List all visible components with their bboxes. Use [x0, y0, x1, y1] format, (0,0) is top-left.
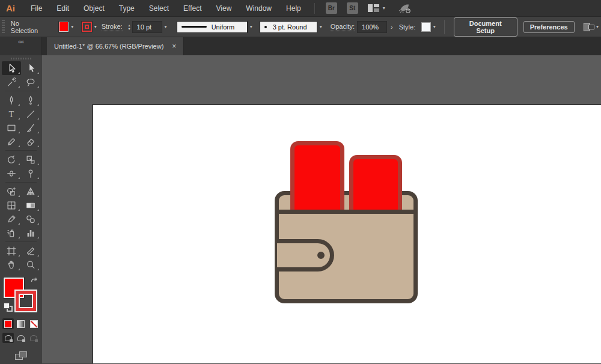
- draw-inside-icon[interactable]: [28, 333, 40, 343]
- shape-builder-tool-icon[interactable]: [2, 184, 21, 198]
- menu-object[interactable]: Object: [76, 0, 112, 17]
- puppet-warp-tool-icon[interactable]: [21, 166, 40, 180]
- fill-stroke-controls: [0, 276, 42, 316]
- menu-help[interactable]: Help: [279, 0, 308, 17]
- column-graph-tool-icon[interactable]: [21, 226, 40, 240]
- menu-view[interactable]: View: [209, 0, 239, 17]
- arrange-documents-icon[interactable]: [584, 23, 594, 31]
- shaper-tool-icon[interactable]: [2, 135, 21, 148]
- brush-label: 3 pt. Round: [273, 23, 307, 31]
- brush-select[interactable]: 3 pt. Round: [260, 21, 317, 33]
- brush-dropdown-icon[interactable]: ▾: [320, 24, 322, 29]
- document-tab[interactable]: Untitled-1* @ 66.67% (RGB/Preview) ×: [47, 37, 184, 55]
- menu-effect[interactable]: Effect: [176, 0, 209, 17]
- opacity-label[interactable]: Opacity:: [331, 23, 355, 31]
- menu-select[interactable]: Select: [142, 0, 176, 17]
- eyedropper-tool-icon[interactable]: [2, 212, 21, 226]
- opacity-value[interactable]: 100%: [357, 21, 387, 33]
- magic-wand-tool-icon[interactable]: [2, 75, 21, 89]
- wallet-flap-shape[interactable]: [277, 239, 334, 271]
- mesh-tool-icon[interactable]: [2, 198, 21, 212]
- tools-panel-header: ««: [0, 37, 42, 55]
- pen-tool-icon[interactable]: [2, 93, 21, 107]
- hand-tool-icon[interactable]: [2, 258, 21, 271]
- tools-panel: T: [0, 55, 42, 363]
- default-fill-stroke-icon[interactable]: [4, 303, 13, 312]
- red-card-right[interactable]: [349, 155, 402, 216]
- control-bar-grip[interactable]: [2, 20, 5, 34]
- line-segment-tool-icon[interactable]: [21, 107, 40, 121]
- zoom-tool-icon[interactable]: [21, 258, 40, 271]
- selection-status: No Selection: [11, 20, 47, 34]
- scale-tool-icon[interactable]: [21, 153, 40, 166]
- wallet-clasp-dot[interactable]: [317, 252, 325, 259]
- direct-selection-tool-icon[interactable]: [21, 61, 40, 75]
- preferences-button[interactable]: Preferences: [523, 21, 575, 33]
- canvas-area[interactable]: [42, 55, 601, 363]
- menu-type[interactable]: Type: [112, 0, 142, 17]
- control-bar: No Selection ▾ ▾ Stroke: ▴ ▾ 10 pt ▾ Uni…: [0, 17, 601, 37]
- selection-tool-icon[interactable]: [2, 61, 21, 75]
- perspective-grid-tool-icon[interactable]: [21, 184, 40, 198]
- width-profile-select[interactable]: Uniform: [177, 21, 248, 33]
- fill-dropdown-icon[interactable]: ▾: [71, 24, 73, 29]
- eraser-tool-icon[interactable]: [21, 135, 40, 148]
- width-tool-icon[interactable]: [2, 166, 21, 180]
- stroke-swatch[interactable]: [16, 291, 36, 311]
- bridge-button[interactable]: Br: [326, 2, 337, 14]
- color-button[interactable]: [2, 318, 14, 329]
- menu-separator: [314, 3, 315, 14]
- none-button-swatch: [30, 320, 38, 328]
- document-setup-button[interactable]: Document Setup: [454, 17, 517, 37]
- curvature-tool-icon[interactable]: [21, 93, 40, 107]
- tab-close-icon[interactable]: ×: [172, 42, 176, 50]
- lasso-tool-icon[interactable]: [21, 75, 40, 89]
- swap-fill-stroke-icon[interactable]: [30, 276, 38, 287]
- stepper-down-icon[interactable]: ▾: [129, 27, 130, 31]
- menu-edit[interactable]: Edit: [49, 0, 76, 17]
- stroke-label[interactable]: Stroke:: [102, 23, 123, 31]
- brush-preview-dot: [264, 26, 267, 28]
- draw-behind-icon[interactable]: [15, 333, 26, 343]
- illustrator-logo: Ai: [6, 3, 15, 13]
- change-screen-mode-icon[interactable]: [15, 351, 27, 360]
- red-card-left[interactable]: [290, 141, 344, 216]
- stock-button[interactable]: St: [347, 2, 358, 14]
- blend-tool-icon[interactable]: [21, 212, 40, 226]
- gradient-button[interactable]: [15, 318, 26, 329]
- stroke-weight-value[interactable]: 10 pt: [132, 21, 162, 33]
- fill-color-swatch[interactable]: [59, 22, 69, 32]
- draw-normal-icon[interactable]: [2, 333, 14, 343]
- menu-window[interactable]: Window: [239, 0, 279, 17]
- tools-grid: T: [0, 61, 42, 271]
- workspace-switcher-icon[interactable]: [368, 4, 379, 12]
- arrange-documents-dropdown-icon[interactable]: ▾: [596, 24, 599, 29]
- style-swatch[interactable]: [421, 22, 430, 32]
- gpu-performance-icon[interactable]: [398, 3, 412, 14]
- tool-group-divider: [5, 182, 37, 183]
- tab-bar: «« Untitled-1* @ 66.67% (RGB/Preview) ×: [0, 37, 601, 55]
- slice-tool-icon[interactable]: [21, 244, 40, 258]
- menu-bar: Ai File Edit Object Type Select Effect V…: [0, 0, 601, 17]
- none-button[interactable]: [28, 318, 40, 329]
- menu-file[interactable]: File: [23, 0, 49, 17]
- rotate-tool-icon[interactable]: [2, 153, 21, 166]
- chevron-down-icon[interactable]: ▾: [383, 5, 385, 11]
- stroke-color-swatch[interactable]: [82, 22, 92, 32]
- drawing-mode-buttons: [0, 329, 42, 343]
- paintbrush-tool-icon[interactable]: [21, 121, 40, 135]
- opacity-panel-arrow-icon[interactable]: ›: [391, 23, 393, 31]
- gradient-button-swatch: [17, 320, 25, 328]
- stroke-weight-stepper[interactable]: ▴ ▾: [129, 23, 130, 31]
- symbol-sprayer-tool-icon[interactable]: [2, 226, 21, 240]
- rectangle-tool-icon[interactable]: [2, 121, 21, 135]
- collapse-panel-icon[interactable]: ««: [18, 38, 23, 45]
- artboard-tool-icon[interactable]: [2, 244, 21, 258]
- stroke-weight-dropdown-icon[interactable]: ▾: [165, 24, 167, 29]
- gradient-tool-icon[interactable]: [21, 198, 40, 212]
- width-profile-dropdown-icon[interactable]: ▾: [250, 24, 252, 29]
- stroke-dropdown-icon[interactable]: ▾: [94, 24, 97, 29]
- toolbar-grip[interactable]: [0, 55, 42, 61]
- style-dropdown-icon[interactable]: ▾: [433, 24, 436, 29]
- type-tool-icon[interactable]: T: [2, 107, 21, 121]
